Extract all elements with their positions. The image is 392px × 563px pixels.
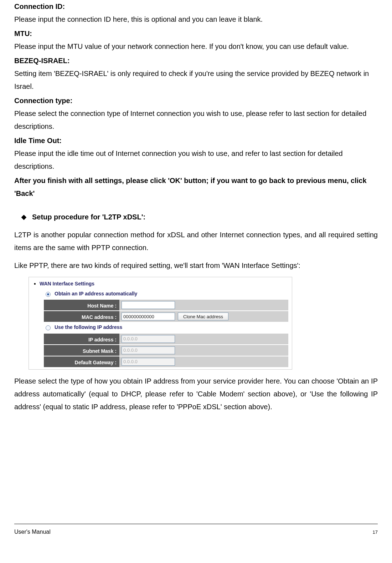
term-bezeq: BEZEQ-ISRAEL: [14, 54, 378, 67]
radio-obtain-auto-label: Obtain an IP address automatically [55, 289, 137, 298]
radio-obtain-auto[interactable] [46, 292, 51, 297]
radio-use-following-label: Use the following IP address [55, 323, 122, 332]
host-name-input[interactable] [122, 301, 175, 309]
page-number: 17 [373, 528, 378, 536]
term-idle: Idle Time Out: [14, 134, 378, 147]
paragraph-3: Please select the type of how you obtain… [14, 375, 378, 413]
desc-mtu: Please input the MTU value of your netwo… [14, 40, 378, 53]
mac-address-input[interactable] [122, 313, 175, 320]
term-mtu: MTU: [14, 27, 378, 40]
host-name-label: Host Name : [44, 300, 119, 310]
term-conn-type: Connection type: [14, 94, 378, 107]
footer-title: User's Manual [14, 527, 51, 537]
ip-address-label: IP address : [44, 334, 119, 344]
mac-address-label: MAC address : [44, 311, 119, 322]
default-gateway-label: Default Gateway : [44, 356, 119, 367]
ip-address-input[interactable] [122, 335, 175, 343]
wan-settings-screenshot: WAN Interface Settings Obtain an IP addr… [29, 277, 292, 370]
desc-bezeq: Setting item 'BEZEQ-ISRAEL' is only requ… [14, 67, 378, 93]
desc-connection-id: Please input the connection ID here, thi… [14, 13, 378, 26]
subnet-mask-input[interactable] [122, 346, 175, 354]
default-gateway-input[interactable] [122, 358, 175, 366]
wan-settings-title: WAN Interface Settings [29, 277, 292, 289]
section-heading: ◆ Setup procedure for 'L2TP xDSL': [14, 211, 378, 223]
document-page: Connection ID: Please input the connecti… [0, 0, 392, 542]
heading-text: Setup procedure for 'L2TP xDSL': [32, 211, 145, 223]
closing-instruction: After you finish with all settings, plea… [14, 174, 378, 200]
page-footer: User's Manual 17 [14, 524, 378, 537]
clone-mac-button[interactable]: Clone Mac address [178, 313, 228, 320]
desc-idle: Please input the idle time out of Intern… [14, 147, 378, 173]
subnet-mask-label: Subnet Mask : [44, 345, 119, 356]
diamond-bullet-icon: ◆ [21, 211, 26, 223]
paragraph-2: Like PPTP, there are two kinds of requir… [14, 259, 378, 272]
paragraph-1: L2TP is another popular connection metho… [14, 228, 378, 254]
radio-use-following[interactable] [46, 325, 51, 330]
term-connection-id: Connection ID: [14, 0, 378, 13]
desc-conn-type: Please select the connection type of Int… [14, 107, 378, 133]
